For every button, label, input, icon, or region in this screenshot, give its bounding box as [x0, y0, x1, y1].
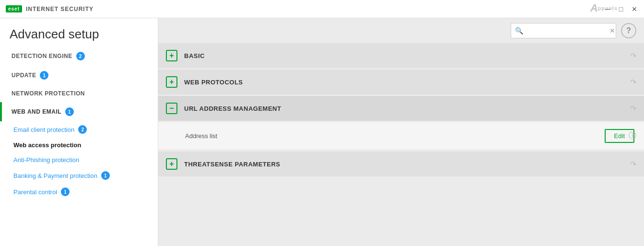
title-bar-controls: ─ □ ✕: [604, 5, 638, 13]
threatsense-section-title: THREATSENSE PARAMETERS: [184, 161, 280, 168]
content-area: 🔍 ✕ ? + BASIC ↷ + WEB PROTOCOLS ↷ −: [158, 18, 644, 246]
close-button[interactable]: ✕: [631, 5, 638, 13]
banking-payment-label: Banking & Payment protection: [13, 172, 97, 179]
network-protection-label: NETWORK PROTECTION: [12, 90, 85, 97]
threatsense-expand-icon: +: [166, 158, 177, 170]
address-list-label: Address list: [185, 132, 605, 140]
page-title: Advanced setup: [10, 27, 148, 42]
parental-control-badge: 1: [61, 187, 70, 196]
sidebar-item-web-access[interactable]: Web access protection: [0, 138, 158, 152]
sidebar-header: Advanced setup: [0, 18, 158, 47]
web-access-label: Web access protection: [13, 141, 81, 149]
web-protocols-section-title: WEB PROTOCOLS: [184, 79, 243, 86]
web-protocols-expand-icon: +: [166, 76, 177, 88]
search-input[interactable]: [526, 27, 607, 35]
sidebar-item-parental-control[interactable]: Parental control 1: [0, 184, 158, 200]
search-icon: 🔍: [515, 27, 523, 35]
help-button[interactable]: ?: [621, 23, 636, 38]
search-bar-area: 🔍 ✕ ?: [158, 18, 644, 43]
search-clear-icon[interactable]: ✕: [609, 27, 615, 35]
address-list-info-icon[interactable]: ⓘ: [629, 131, 636, 141]
parental-control-label: Parental control: [13, 188, 57, 196]
url-management-section-title: URL ADDRESS MANAGEMENT: [184, 105, 281, 112]
threatsense-reset-icon[interactable]: ↷: [630, 160, 636, 169]
web-protocols-reset-icon[interactable]: ↷: [630, 78, 636, 87]
basic-section-title: BASIC: [184, 52, 205, 59]
anti-phishing-label: Anti-Phishing protection: [13, 156, 79, 164]
url-management-content: Address list Edit ⓘ: [158, 122, 644, 150]
eset-logo: eset INTERNET SECURITY: [6, 5, 94, 12]
address-list-row: Address list Edit ⓘ: [158, 122, 644, 150]
sidebar-item-network-protection[interactable]: NETWORK PROTECTION: [0, 85, 158, 102]
app-title: INTERNET SECURITY: [26, 6, 94, 12]
web-and-email-badge: 1: [65, 107, 74, 116]
search-box: 🔍 ✕: [511, 23, 616, 38]
url-management-reset-icon[interactable]: ↷: [630, 104, 636, 113]
nav-section: DETECTION ENGINE 2 UPDATE 1 NETWORK PROT…: [0, 47, 158, 200]
main-layout: Advanced setup DETECTION ENGINE 2 UPDATE…: [0, 18, 644, 246]
detection-engine-label: DETECTION ENGINE: [12, 53, 72, 59]
url-management-expand-icon: −: [166, 103, 177, 114]
maximize-button[interactable]: □: [617, 5, 625, 13]
web-and-email-label: WEB AND EMAIL: [12, 108, 61, 115]
email-client-label: Email client protection: [13, 126, 74, 133]
basic-reset-icon[interactable]: ↷: [630, 51, 636, 60]
basic-expand-icon: +: [166, 50, 177, 61]
sidebar-item-web-and-email[interactable]: WEB AND EMAIL 1: [0, 102, 158, 121]
title-bar: eset INTERNET SECURITY ─ □ ✕ A ppuals: [0, 0, 644, 18]
sidebar-item-email-client[interactable]: Email client protection 2: [0, 121, 158, 138]
update-badge: 1: [40, 71, 48, 80]
detection-engine-badge: 2: [76, 52, 85, 60]
email-client-badge: 2: [78, 125, 87, 134]
sidebar-item-banking-payment[interactable]: Banking & Payment protection 1: [0, 167, 158, 184]
update-label: UPDATE: [12, 72, 36, 79]
banking-payment-badge: 1: [101, 171, 110, 180]
minimize-button[interactable]: ─: [604, 5, 611, 13]
sidebar-item-update[interactable]: UPDATE 1: [0, 66, 158, 85]
sidebar-item-anti-phishing[interactable]: Anti-Phishing protection: [0, 152, 158, 167]
sidebar: Advanced setup DETECTION ENGINE 2 UPDATE…: [0, 18, 158, 246]
section-threatsense-parameters[interactable]: + THREATSENSE PARAMETERS ↷: [158, 152, 644, 176]
section-basic[interactable]: + BASIC ↷: [158, 43, 644, 68]
eset-badge: eset: [6, 5, 22, 12]
section-url-address-management[interactable]: − URL ADDRESS MANAGEMENT ↷: [158, 96, 644, 121]
sidebar-item-detection-engine[interactable]: DETECTION ENGINE 2: [0, 47, 158, 66]
section-web-protocols[interactable]: + WEB PROTOCOLS ↷: [158, 70, 644, 94]
